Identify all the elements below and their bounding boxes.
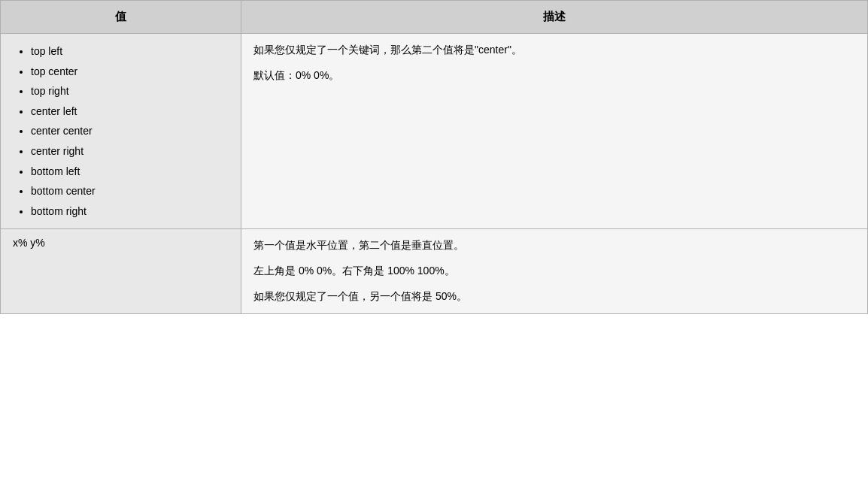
keywords-list: top left top center top right center lef… bbox=[13, 41, 229, 221]
list-item: center center bbox=[31, 121, 229, 141]
desc-line: 左上角是 0% 0%。右下角是 100% 100%。 bbox=[253, 262, 855, 280]
desc-line: 如果您仅规定了一个值，另一个值将是 50%。 bbox=[253, 288, 855, 306]
desc-line: 如果您仅规定了一个关键词，那么第二个值将是"center"。 bbox=[253, 41, 855, 59]
table-row: x% y% 第一个值是水平位置，第二个值是垂直位置。 左上角是 0% 0%。右下… bbox=[1, 229, 868, 313]
keywords-desc-cell: 如果您仅规定了一个关键词，那么第二个值将是"center"。 默认值：0% 0%… bbox=[241, 34, 868, 229]
list-item: top right bbox=[31, 81, 229, 101]
list-item: bottom right bbox=[31, 201, 229, 222]
list-item: top left bbox=[31, 41, 229, 62]
xy-value-cell: x% y% bbox=[1, 229, 241, 313]
header-value: 值 bbox=[1, 1, 241, 34]
list-item: bottom center bbox=[31, 181, 229, 201]
reference-table: 值 描述 top left top center top right cente… bbox=[0, 0, 868, 314]
list-item: top center bbox=[31, 62, 229, 82]
table-row: top left top center top right center lef… bbox=[1, 34, 868, 229]
header-desc: 描述 bbox=[241, 1, 868, 34]
list-item: center left bbox=[31, 101, 229, 122]
desc-line: 默认值：0% 0%。 bbox=[253, 67, 855, 85]
xy-desc-cell: 第一个值是水平位置，第二个值是垂直位置。 左上角是 0% 0%。右下角是 100… bbox=[241, 229, 868, 313]
desc-line: 第一个值是水平位置，第二个值是垂直位置。 bbox=[253, 237, 855, 255]
list-item: center right bbox=[31, 141, 229, 162]
keywords-value-cell: top left top center top right center lef… bbox=[1, 34, 241, 229]
list-item: bottom left bbox=[31, 162, 229, 182]
table-header: 值 描述 bbox=[1, 1, 868, 34]
